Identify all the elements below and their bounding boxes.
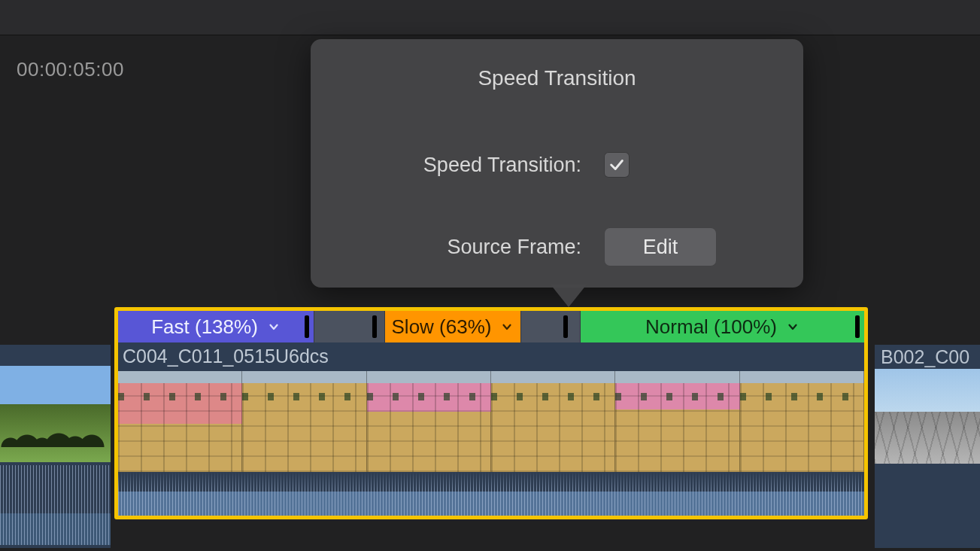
source-frame-label: Source Frame: — [311, 236, 604, 259]
clip-main-name: C004_C011_0515U6dcs — [123, 346, 329, 367]
clip-thumb — [491, 371, 615, 472]
clip-thumb — [242, 371, 366, 472]
speed-segment-normal[interactable]: Normal (100%) — [581, 311, 864, 342]
retime-editor-bar: Fast (138%) Slow (63%) Normal (100%) — [118, 311, 864, 342]
timeline-track-area[interactable]: Fast (138%) Slow (63%) Normal (100%) — [0, 307, 980, 518]
source-frame-row: Source Frame: Edit — [311, 227, 803, 266]
speed-transition-checkbox[interactable] — [604, 152, 630, 178]
speed-transition-popover: Speed Transition Speed Transition: Sourc… — [311, 39, 803, 288]
clip-thumbnails — [118, 371, 864, 472]
speed-segment-normal-handle[interactable] — [855, 315, 860, 338]
speed-transition-label: Speed Transition: — [311, 154, 604, 177]
chevron-down-icon[interactable] — [786, 320, 799, 333]
window-toolbar-strip — [0, 0, 980, 35]
speed-segment-fast-handle[interactable] — [305, 315, 309, 338]
clip-thumb — [615, 371, 739, 472]
speed-segment-fast[interactable]: Fast (138%) — [118, 311, 314, 342]
speed-transition-row: Speed Transition: — [311, 152, 803, 178]
clip-prev-waveform — [0, 465, 111, 545]
clip-thumb — [367, 371, 491, 472]
clip-next-name: B002_C00 — [881, 346, 969, 368]
clip-next[interactable]: B002_C00 — [875, 345, 980, 548]
timecode-label: 00:00:05:00 — [17, 58, 124, 81]
chevron-down-icon[interactable] — [267, 320, 281, 333]
clip-thumb — [118, 371, 242, 472]
clip-thumb — [740, 371, 864, 472]
clip-previous[interactable] — [0, 345, 111, 548]
clip-main-waveform — [118, 472, 864, 516]
check-icon — [608, 157, 625, 173]
clip-selected[interactable]: Fast (138%) Slow (63%) Normal (100%) — [114, 307, 868, 519]
chevron-down-icon[interactable] — [500, 320, 514, 333]
speed-transition-2-handle[interactable] — [563, 315, 568, 338]
source-frame-edit-button[interactable]: Edit — [604, 227, 717, 266]
popover-title: Speed Transition — [311, 39, 803, 90]
speed-transition-1-handle[interactable] — [372, 315, 377, 338]
clip-prev-thumbnails — [0, 366, 111, 462]
speed-transition-2[interactable] — [520, 311, 581, 342]
clip-next-thumbnails — [875, 369, 980, 464]
speed-segment-slow[interactable]: Slow (63%) — [385, 311, 520, 342]
speed-segment-fast-label: Fast (138%) — [151, 315, 258, 339]
popover-arrow — [551, 285, 587, 307]
speed-segment-normal-label: Normal (100%) — [645, 315, 777, 339]
speed-transition-1[interactable] — [314, 311, 385, 342]
speed-segment-slow-label: Slow (63%) — [392, 315, 492, 339]
